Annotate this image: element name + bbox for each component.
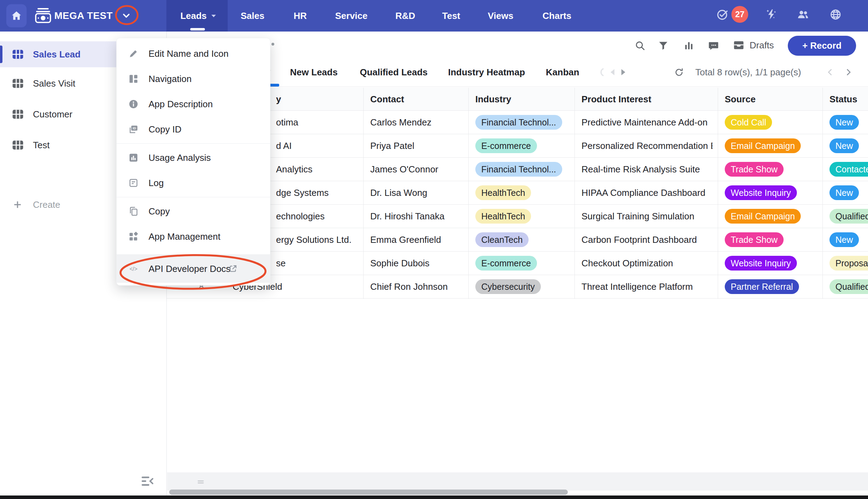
filter-icon[interactable] (658, 40, 669, 51)
cell-source[interactable]: Email Campaign (725, 138, 801, 153)
view-tab-kanban[interactable]: Kanban (546, 67, 579, 78)
cell-industry[interactable]: E-commerce (475, 138, 537, 153)
cell-product-interest[interactable]: Predictive Maintenance Add-on (581, 117, 712, 128)
cell-product-interest[interactable]: Personalized Recommendation Engine (581, 141, 712, 151)
notification-badge[interactable]: 27 (731, 6, 748, 23)
menu-item-navigation[interactable]: Navigation (117, 66, 270, 91)
cell-status[interactable]: Qualified (829, 209, 868, 224)
menu-item-copy[interactable]: Copy (117, 199, 270, 224)
cell-company[interactable]: dge Systems (276, 187, 329, 198)
drafts-button[interactable]: Drafts (733, 39, 774, 51)
cell-product-interest[interactable]: Checkout Optimization (581, 258, 712, 269)
cell-industry[interactable]: CleanTech (475, 232, 529, 247)
comments-icon[interactable] (708, 40, 719, 52)
ai-assistant-icon[interactable] (765, 8, 778, 21)
nav-tab-service[interactable]: Service (335, 11, 368, 21)
table-row[interactable]: 8CyberShieldChief Ron JohnsonCybersecuri… (167, 275, 868, 299)
cell-product-interest[interactable]: Threat Intelligence Platform (581, 281, 712, 292)
cell-industry[interactable]: Financial Technol... (475, 162, 562, 177)
menu-item-copy-id[interactable]: IDCopy ID (117, 117, 270, 142)
cell-product-interest[interactable]: Carbon Footprint Dashboard (581, 234, 712, 245)
chart-view-icon[interactable] (683, 40, 694, 51)
cell-industry[interactable]: HealthTech (475, 185, 531, 200)
menu-item-usage-analysis[interactable]: Usage Analysis (117, 145, 270, 170)
cell-status[interactable]: New (829, 232, 859, 247)
row-height-icon[interactable] (196, 477, 205, 486)
cell-industry[interactable]: HealthTech (475, 209, 531, 224)
cell-contact[interactable]: James O'Connor (370, 164, 438, 175)
cell-contact[interactable]: Priya Patel (370, 141, 414, 151)
cell-company[interactable]: ergy Solutions Ltd. (276, 234, 351, 245)
cell-source[interactable]: Partner Referral (725, 279, 799, 294)
menu-item-edit-name-and-icon[interactable]: Edit Name and Icon (117, 41, 270, 66)
globe-icon[interactable] (829, 8, 842, 21)
cell-contact[interactable]: Sophie Dubois (370, 258, 429, 269)
view-tab-industry-heatmap[interactable]: Industry Heatmap (448, 67, 525, 78)
cell-company[interactable]: d AI (276, 141, 292, 151)
cell-product-interest[interactable]: Surgical Training Simulation (581, 211, 712, 222)
table-row[interactable]: 3AnalyticsJames O'ConnorFinancial Techno… (167, 158, 868, 181)
members-icon[interactable] (797, 8, 809, 21)
refresh-icon[interactable] (674, 67, 684, 77)
nav-tab-test[interactable]: Test (442, 11, 460, 21)
nav-tab-hr[interactable]: HR (294, 11, 307, 21)
cell-source[interactable]: Website Inquiry (725, 256, 797, 271)
cell-source[interactable]: Website Inquiry (725, 185, 797, 200)
horizontal-scrollbar[interactable] (169, 490, 568, 495)
cell-contact[interactable]: Dr. Hiroshi Tanaka (370, 211, 445, 222)
view-tab-qualified-leads[interactable]: Qualified Leads (360, 67, 428, 78)
cell-product-interest[interactable]: HIPAA Compliance Dashboard (581, 187, 712, 198)
cell-industry[interactable]: Cybersecurity (475, 279, 541, 294)
cell-industry[interactable]: E-commerce (475, 256, 537, 271)
cell-status[interactable]: New (829, 115, 859, 130)
page-prev-icon[interactable] (825, 67, 835, 77)
cell-status[interactable]: New (829, 138, 859, 153)
cell-contact[interactable]: Dr. Lisa Wong (370, 187, 427, 198)
menu-item-app-description[interactable]: App Description (117, 91, 270, 117)
search-icon[interactable] (635, 40, 646, 51)
record-button[interactable]: + Record (788, 36, 856, 56)
nav-tab-charts[interactable]: Charts (543, 11, 571, 21)
cell-source[interactable]: Email Campaign (725, 209, 801, 224)
column-header-contact[interactable]: Contact (370, 94, 404, 105)
menu-item-app-management[interactable]: App Management (117, 224, 270, 249)
column-header-industry[interactable]: Industry (475, 94, 511, 105)
app-menu-chevron-icon[interactable] (120, 10, 132, 21)
tasks-icon[interactable] (716, 8, 729, 21)
table-row[interactable]: 1otimaCarlos MendezFinancial Technol...P… (167, 111, 868, 134)
nav-tab-views[interactable]: Views (488, 11, 513, 21)
view-tabs-prev-icon[interactable] (608, 67, 618, 77)
table-row[interactable]: 6ergy Solutions Ltd.Emma GreenfieldClean… (167, 228, 868, 252)
column-header-company-fragment[interactable]: y (276, 94, 281, 105)
menu-item-api-developer-docs[interactable]: </>API Developer Docs (117, 255, 270, 283)
nav-tab-sales[interactable]: Sales (241, 11, 264, 21)
table-row[interactable]: 7seSophie DuboisE-commerceCheckout Optim… (167, 252, 868, 275)
cell-status[interactable]: Qualified (829, 279, 868, 294)
view-tab-new-leads[interactable]: New Leads (290, 67, 338, 78)
nav-tab-leads[interactable]: Leads (180, 11, 218, 21)
cell-source[interactable]: Cold Call (725, 115, 772, 130)
home-button[interactable] (6, 4, 27, 27)
cell-company[interactable]: otima (276, 117, 298, 128)
table-row[interactable]: 5echnologiesDr. Hiroshi TanakaHealthTech… (167, 205, 868, 228)
menu-item-log[interactable]: Log (117, 170, 270, 196)
cell-source[interactable]: Trade Show (725, 232, 784, 247)
cell-status[interactable]: Proposal (829, 256, 868, 271)
cell-contact[interactable]: Chief Ron Johnson (370, 281, 448, 292)
cell-contact[interactable]: Emma Greenfield (370, 234, 441, 245)
cell-company[interactable]: Analytics (276, 164, 312, 175)
column-header-status[interactable]: Status (829, 94, 857, 105)
cell-status[interactable]: Contacted (829, 162, 868, 177)
cell-status[interactable]: New (829, 185, 859, 200)
page-next-icon[interactable] (843, 67, 853, 77)
cell-contact[interactable]: Carlos Mendez (370, 117, 432, 128)
table-row[interactable]: 2d AIPriya PatelE-commercePersonalized R… (167, 134, 868, 158)
column-header-product-interest[interactable]: Product Interest (581, 94, 651, 105)
cell-industry[interactable]: Financial Technol... (475, 115, 562, 130)
cell-company[interactable]: echnologies (276, 211, 325, 222)
collapse-sidebar-button[interactable] (140, 474, 155, 488)
view-tabs-next-icon[interactable] (618, 67, 628, 77)
cell-company[interactable]: se (276, 258, 285, 269)
table-row[interactable]: 4dge SystemsDr. Lisa WongHealthTechHIPAA… (167, 181, 868, 205)
column-header-source[interactable]: Source (725, 94, 756, 105)
